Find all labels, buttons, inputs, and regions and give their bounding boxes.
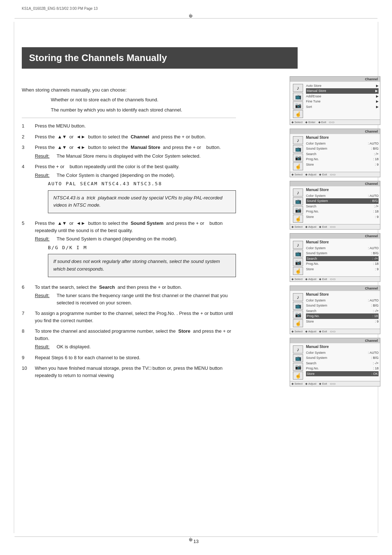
audio-icon: ♪	[293, 84, 303, 92]
footer-item-2: ◆ Exit	[319, 382, 327, 385]
menu-row-0: Color System: AUTO	[306, 350, 379, 355]
result-label-5: Result:	[35, 235, 57, 243]
audio-icon: ♪	[293, 136, 303, 144]
menu-row-value-1: : B/G	[371, 303, 379, 308]
menu-row-value-4: : 9	[375, 162, 379, 167]
menu-row-value-1: : B/G	[371, 251, 379, 256]
manual-icon: ☝	[293, 110, 303, 118]
audio-icon: ♪	[293, 293, 303, 301]
menu-row-4: Sort▶	[306, 104, 379, 109]
menu-row-label-4: Store	[306, 214, 314, 219]
tv-menu-menu5: Channel♪📺📷☝Manual StoreColor System: AUT…	[290, 285, 380, 334]
menu-row-value-2: : /+	[374, 204, 379, 209]
footer-item-2: ◆ Exit	[319, 173, 327, 176]
menu-row-label-3: Prog.No.	[307, 313, 320, 319]
menu-row-1: Sound System: B/G	[306, 198, 379, 203]
step-6: 6 To start the search, select the Search…	[22, 284, 236, 307]
menu-row-value-0: ▶	[376, 83, 379, 88]
footer-item-1: ◆ Adjust	[305, 173, 316, 176]
main-content: When storing channels manually, you can …	[22, 80, 236, 382]
step-3: 3 Press the ▲▼ or ◄► button to select th…	[22, 144, 236, 159]
result-label-8: Result:	[35, 343, 57, 351]
menu-row-1: Sound System: B/G	[306, 303, 379, 308]
step-content-2: Press the ▲▼ or ◄► button to select the …	[35, 133, 236, 141]
footer-item-2: ◆ Exit	[318, 121, 326, 124]
step-content-1: Press the MENU button.	[35, 122, 236, 130]
step-content-7: To assign a programme number to the chan…	[35, 310, 236, 324]
footer-item-1: ◆ Adjust	[305, 278, 316, 281]
menu-row-value-2: : -/+	[373, 308, 379, 313]
menu-row-label-4: Store	[306, 267, 314, 272]
step-num-4: 4	[22, 163, 35, 216]
menu-row-value-2: : -/+	[373, 361, 379, 366]
menu-row-value-2: : /+	[374, 151, 379, 157]
menu-row-value-4: : OK	[371, 371, 378, 376]
result-text-8: OK is displayed.	[57, 343, 236, 351]
manual-icon: ☝	[293, 319, 303, 327]
menu-row-label-1: Sound System	[306, 251, 327, 256]
menu-row-value-3: ▶	[376, 99, 379, 104]
step-content-10: When you have finished manual storage, p…	[35, 365, 236, 379]
menu-row-label-2: Search	[306, 308, 317, 313]
menu-row-value-4: : 9	[375, 319, 379, 324]
step-7: 7 To assign a programme number to the ch…	[22, 310, 236, 324]
footer-item-0: ◆ Select	[291, 173, 302, 176]
menu-row-3: Prog.No.: 18	[306, 157, 379, 162]
divider-1	[22, 118, 236, 118]
menu-row-2: Search: /+	[306, 151, 379, 157]
result-label-6: Result:	[35, 292, 57, 306]
menu-row-value-0: : AUTO	[368, 141, 379, 146]
menu-row-value-3: : 18	[373, 157, 379, 162]
step-num-8: 8	[22, 328, 35, 351]
top-rule	[15, 18, 377, 19]
menu-row-value-3: : 18	[373, 366, 379, 371]
menu-row-label-2: Search	[306, 204, 317, 209]
manual-icon: ☝	[293, 162, 303, 170]
header-bar: KS1A_01602B_ENG 8/13/02 3:00 PM Page 13	[22, 7, 370, 11]
menu-row-2: Search: -/+	[306, 361, 379, 366]
menu-title: Manual Store	[306, 292, 379, 296]
audio-icon: ♪	[293, 241, 303, 249]
menu-row-label-4: Store	[306, 162, 314, 167]
footer-item-0: ◆ Select	[291, 121, 302, 124]
step-num-9: 9	[22, 354, 35, 361]
menu-row-value-1: : B/G	[371, 355, 379, 360]
menu-row-label-1: Sound System	[306, 303, 327, 308]
step-num-2: 2	[22, 133, 35, 141]
menu-title: Manual Store	[306, 345, 379, 349]
tv-menu-menu3: Channel♪📺📷☝Manual StoreColor System: AUT…	[290, 181, 380, 230]
menu-row-label-3: Fine Tune	[306, 99, 320, 104]
step-num-7: 7	[22, 310, 35, 324]
menu-title: Manual Store	[306, 188, 379, 192]
result-text-4: The Color System is changed (depending o…	[57, 172, 236, 179]
sound-systems: B/G D/K I M	[48, 244, 236, 251]
menu-row-1: Sound System: B/G	[306, 146, 379, 151]
bottom-rule	[15, 536, 377, 537]
step-content-3: Press the ▲▼ or ◄► button to select the …	[35, 144, 236, 159]
menu-row-label-2: Search	[306, 151, 317, 157]
menu-row-label-3: Prog.No.	[306, 261, 319, 266]
menu-row-2: Search: -/+	[306, 308, 379, 313]
menu-row-label-0: Color System	[306, 350, 326, 355]
menu-row-2: Add/Erase▶	[306, 94, 379, 99]
menu-row-value-4: ▶	[376, 104, 379, 109]
footer-item-1: ◆ Enter	[305, 121, 315, 124]
footer-item-2: ◆ Exit	[319, 225, 327, 228]
step-5: 5 Press the ▲▼ or ◄► button to select th…	[22, 220, 236, 280]
menu-row-value-0: : AUTO	[368, 246, 379, 251]
step-num-10: 10	[22, 365, 35, 379]
footer-item-2: ◆ Exit	[319, 278, 327, 281]
menu-row-3: Prog.No.: 18	[306, 313, 379, 319]
step-content-8: To store the channel and associated prog…	[35, 328, 236, 351]
tv-icon: 📺	[293, 145, 303, 153]
menu-row-label-2: Search	[306, 361, 317, 366]
sound-warning: If sound does not work regularly after s…	[48, 254, 236, 277]
menu-row-label-0: Color System	[306, 141, 326, 146]
menu-row-label-1: Sound System	[306, 355, 327, 360]
menu-row-0: Color System: AUTO	[306, 298, 379, 303]
channel-icon: 📷	[293, 206, 303, 214]
step-content-6: To start the search, select the Search a…	[35, 284, 236, 307]
menu-row-0: Color System: AUTO	[306, 193, 379, 198]
ntsc-note: NTSC4.43 is a trick playback mode used b…	[48, 190, 236, 214]
footer-item-3: ▭▭	[330, 278, 336, 281]
